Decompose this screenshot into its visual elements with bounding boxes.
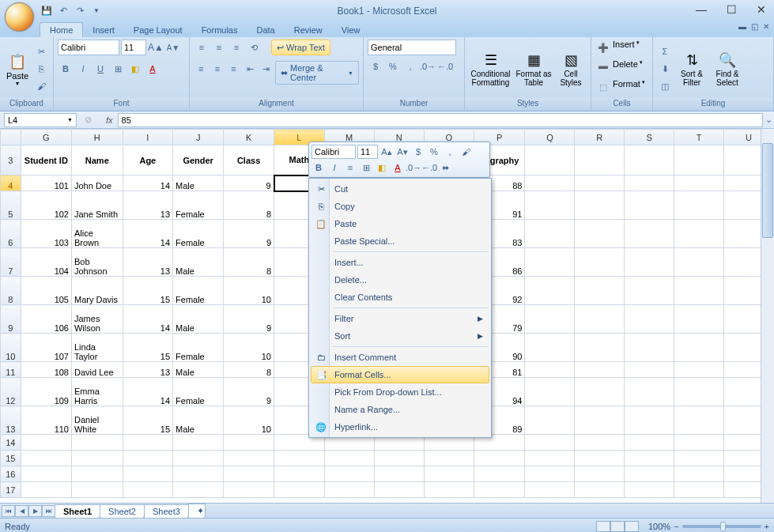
italic-button[interactable]: I — [327, 160, 342, 175]
cell[interactable] — [525, 175, 575, 191]
cell[interactable]: 9 — [224, 378, 274, 406]
cell[interactable]: Linda Taylor — [71, 334, 123, 362]
cell[interactable]: 104 — [21, 248, 71, 277]
sheet-tab-3[interactable]: Sheet3 — [144, 504, 189, 518]
merge-center-button[interactable]: ⬌Merge & Center▼ — [275, 61, 359, 85]
row-header-14[interactable]: 14 — [1, 435, 21, 451]
cell[interactable] — [173, 466, 224, 482]
cell[interactable] — [674, 482, 724, 498]
cell[interactable] — [575, 362, 625, 378]
cell[interactable] — [674, 406, 724, 435]
cell[interactable] — [173, 482, 224, 498]
row-header-9[interactable]: 9 — [1, 305, 21, 334]
format-painter-icon[interactable]: 🖌 — [33, 78, 49, 94]
font-name-select[interactable] — [58, 40, 119, 55]
row-header-4[interactable]: 4 — [1, 175, 21, 191]
tab-page-layout[interactable]: Page Layout — [124, 23, 192, 37]
cell[interactable] — [674, 435, 724, 451]
cut-icon[interactable]: ✂ — [33, 43, 49, 59]
cell[interactable] — [575, 451, 625, 466]
cell[interactable] — [575, 305, 625, 334]
zoom-level[interactable]: 100% — [648, 522, 670, 531]
row-header-8[interactable]: 8 — [1, 277, 21, 305]
cell[interactable] — [674, 145, 724, 175]
cell[interactable]: Male — [173, 406, 224, 435]
undo-icon[interactable]: ↶ — [56, 4, 70, 18]
cell[interactable] — [123, 435, 172, 451]
normal-view-icon[interactable] — [596, 521, 610, 532]
cell[interactable] — [71, 482, 123, 498]
cell[interactable]: Student ID — [21, 145, 71, 175]
grow-font-icon[interactable]: A▲ — [148, 40, 164, 55]
cell[interactable] — [575, 482, 625, 498]
cell[interactable] — [625, 482, 674, 498]
name-box[interactable]: L4▼ — [4, 113, 77, 127]
cell[interactable] — [474, 482, 525, 498]
cell[interactable] — [224, 435, 274, 451]
formula-bar[interactable]: 85 — [118, 113, 763, 127]
align-bottom-icon[interactable]: ≡ — [228, 40, 244, 55]
row-header-3[interactable]: 3 — [1, 145, 21, 175]
comma-icon[interactable]: , — [443, 145, 457, 159]
page-break-view-icon[interactable] — [625, 521, 639, 532]
cell[interactable] — [525, 466, 575, 482]
wrap-text-button[interactable]: ↩Wrap Text — [271, 40, 330, 55]
close-button[interactable]: ✕ — [753, 2, 769, 17]
tab-insert[interactable]: Insert — [83, 23, 124, 37]
cell[interactable] — [525, 145, 575, 175]
cell[interactable] — [173, 435, 224, 451]
cell[interactable] — [625, 362, 674, 378]
cell[interactable] — [525, 362, 575, 378]
cell[interactable] — [674, 451, 724, 466]
cell[interactable] — [625, 191, 674, 220]
prev-sheet-icon[interactable]: ◀ — [15, 505, 28, 517]
cell[interactable] — [374, 482, 424, 498]
cell[interactable] — [525, 191, 575, 220]
cell[interactable]: 15 — [123, 277, 172, 305]
office-button[interactable] — [5, 2, 34, 32]
cell[interactable] — [625, 145, 674, 175]
border-button[interactable]: ⊞ — [110, 61, 126, 77]
ribbon-close-icon[interactable]: ✕ — [763, 22, 769, 31]
row-header-6[interactable]: 6 — [1, 220, 21, 248]
ctx-sort[interactable]: Sort▶ — [311, 327, 489, 345]
cell[interactable] — [224, 451, 274, 466]
cell[interactable] — [173, 451, 224, 466]
format-painter-icon[interactable]: 🖌 — [459, 145, 473, 159]
cell[interactable] — [625, 277, 674, 305]
cell[interactable] — [71, 435, 123, 451]
cell[interactable]: Female — [173, 334, 224, 362]
cell[interactable]: 10 — [224, 406, 274, 435]
select-all[interactable] — [1, 130, 21, 145]
cell[interactable]: 15 — [123, 334, 172, 362]
cell[interactable] — [324, 482, 374, 498]
cell[interactable] — [525, 334, 575, 362]
zoom-in-button[interactable]: + — [765, 522, 769, 531]
cell[interactable]: 8 — [224, 248, 274, 277]
fill-color-button[interactable]: ◧ — [127, 61, 143, 77]
cell[interactable] — [674, 466, 724, 482]
percent-icon[interactable]: % — [427, 145, 441, 159]
cell[interactable]: 13 — [123, 191, 172, 220]
align-center-icon[interactable]: ≡ — [343, 160, 357, 175]
cell[interactable]: 101 — [21, 175, 71, 191]
cell[interactable] — [625, 334, 674, 362]
cell[interactable] — [674, 220, 724, 248]
ribbon-restore-icon[interactable]: ◱ — [751, 22, 758, 31]
cell[interactable] — [625, 175, 674, 191]
cell[interactable] — [21, 435, 71, 451]
page-layout-view-icon[interactable] — [610, 521, 625, 532]
number-format-select[interactable] — [368, 40, 456, 55]
cell[interactable]: 110 — [21, 406, 71, 435]
cell[interactable]: Mary Davis — [71, 277, 123, 305]
zoom-out-button[interactable]: − — [674, 522, 678, 531]
cell[interactable] — [625, 220, 674, 248]
copy-icon[interactable]: ⎘ — [33, 61, 49, 77]
cell[interactable]: 107 — [21, 334, 71, 362]
cell[interactable]: Alice Brown — [71, 220, 123, 248]
tab-review[interactable]: Review — [285, 23, 332, 37]
insert-cells-button[interactable]: ➕Insert▾ — [595, 40, 640, 55]
maximize-button[interactable]: ☐ — [723, 2, 739, 17]
first-sheet-icon[interactable]: ⏮ — [2, 505, 15, 517]
cell[interactable] — [123, 451, 172, 466]
